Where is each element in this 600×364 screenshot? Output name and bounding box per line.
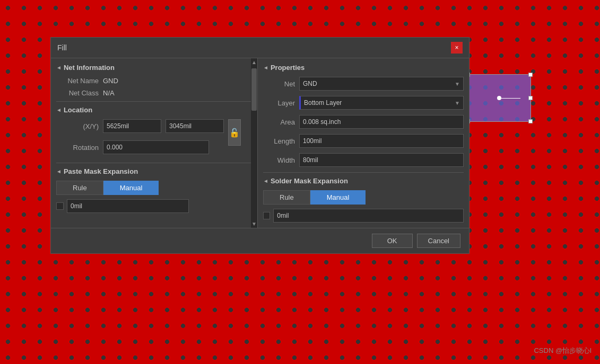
net-prop-row: Net GND ▼ [263,77,464,91]
rotation-row: Rotation [56,140,224,154]
ok-button[interactable]: OK [372,234,413,248]
scrollbar-thumb[interactable] [251,68,257,111]
layer-dropdown-arrow: ▼ [455,100,460,106]
paste-mask-title: Paste Mask Expansion [64,167,138,175]
layer-prop-row: Layer Bottom Layer ▼ [263,96,464,110]
right-panel: ◄ Properties Net GND ▼ Layer Bottom Laye… [258,58,469,228]
xy-row: (X/Y) [56,119,224,133]
divider-1 [56,101,252,102]
length-prop-value: 100mil [299,134,464,148]
scroll-up-arrow[interactable]: ▲ [250,58,258,66]
net-class-value: N/A [103,89,115,97]
scroll-down-arrow[interactable]: ▼ [250,220,258,228]
xy-label: (X/Y) [56,122,99,130]
width-prop-value: 80mil [299,153,464,167]
paste-mask-checkbox-row [56,199,252,213]
net-dropdown[interactable]: GND ▼ [299,77,464,91]
paste-mask-manual-button[interactable]: Manual [103,181,159,195]
solder-mask-value-input[interactable] [273,209,464,223]
length-prop-row: Length 100mil [263,134,464,148]
area-prop-row: Area 0.008 sq.inch [263,115,464,129]
net-information-title: Net Information [64,64,115,72]
watermark: CSDN @怡步晓心l [534,346,592,356]
location-collapse-arrow[interactable]: ◄ [56,107,62,113]
fill-line [499,98,520,99]
left-panel: ◄ Net Information Net Name GND Net Class… [51,58,258,228]
rotation-input[interactable] [103,140,209,154]
solder-mask-checkbox[interactable] [263,212,270,219]
cancel-button[interactable]: Cancel [417,234,460,248]
handle-br[interactable] [528,119,533,123]
net-dropdown-value: GND [303,80,317,87]
dialog-title: Fill [57,43,67,52]
dialog-footer: OK Cancel [51,228,469,253]
fill-preview [467,74,531,122]
rotation-label: Rotation [56,144,99,152]
width-prop-label: Width [263,156,295,164]
layer-dropdown[interactable]: Bottom Layer ▼ [299,96,464,110]
paste-mask-collapse-arrow[interactable]: ◄ [56,168,62,174]
paste-mask-checkbox[interactable] [56,202,64,210]
solder-mask-header: ◄ Solder Mask Expansion [263,177,464,185]
net-name-row: Net Name GND [56,77,252,85]
net-class-label: Net Class [56,89,99,97]
solder-mask-checkbox-row [263,209,464,223]
properties-collapse-arrow[interactable]: ◄ [263,65,268,70]
x-input[interactable] [103,119,161,133]
properties-title: Properties [271,64,305,72]
dialog-close-button[interactable]: × [451,42,463,54]
net-name-label: Net Name [56,77,99,85]
net-dropdown-arrow: ▼ [455,81,460,87]
solder-mask-manual-button[interactable]: Manual [310,190,366,205]
net-name-value: GND [103,77,118,85]
layer-prop-label: Layer [263,99,295,107]
solder-mask-title: Solder Mask Expansion [271,177,348,185]
dialog-titlebar: Fill × [51,38,469,58]
net-information-header: ◄ Net Information [56,64,252,72]
handle-tr[interactable] [528,73,533,77]
y-input[interactable] [166,119,224,133]
layer-dropdown-value: Bottom Layer [304,99,342,106]
area-prop-label: Area [263,118,295,126]
solder-mask-btn-group: Rule Manual [263,190,464,205]
solder-mask-collapse-arrow[interactable]: ◄ [263,178,268,184]
left-panel-scrollbar[interactable]: ▲ ▼ [251,58,257,228]
length-prop-label: Length [263,137,295,145]
net-info-collapse-arrow[interactable]: ◄ [56,65,62,70]
fill-rect [467,74,531,122]
net-class-row: Net Class N/A [56,89,252,97]
divider-3 [263,172,464,173]
width-prop-row: Width 80mil [263,153,464,167]
area-prop-value: 0.008 sq.inch [299,115,464,129]
paste-mask-header: ◄ Paste Mask Expansion [56,167,252,175]
location-header: ◄ Location [56,106,252,114]
solder-mask-rule-button[interactable]: Rule [263,190,310,205]
location-title: Location [64,106,92,114]
properties-header: ◄ Properties [263,64,464,72]
net-prop-label: Net [263,80,295,88]
dialog-body: ◄ Net Information Net Name GND Net Class… [51,58,469,228]
lock-icon[interactable]: 🔓 [228,119,241,146]
paste-mask-value-input[interactable] [67,199,189,213]
divider-2 [56,163,252,163]
handle-mid-r[interactable] [528,96,533,100]
fill-dialog: Fill × ◄ Net Information Net Name GND Ne… [50,37,469,254]
paste-mask-btn-group: Rule Manual [56,181,252,195]
paste-mask-rule-button[interactable]: Rule [56,181,103,195]
